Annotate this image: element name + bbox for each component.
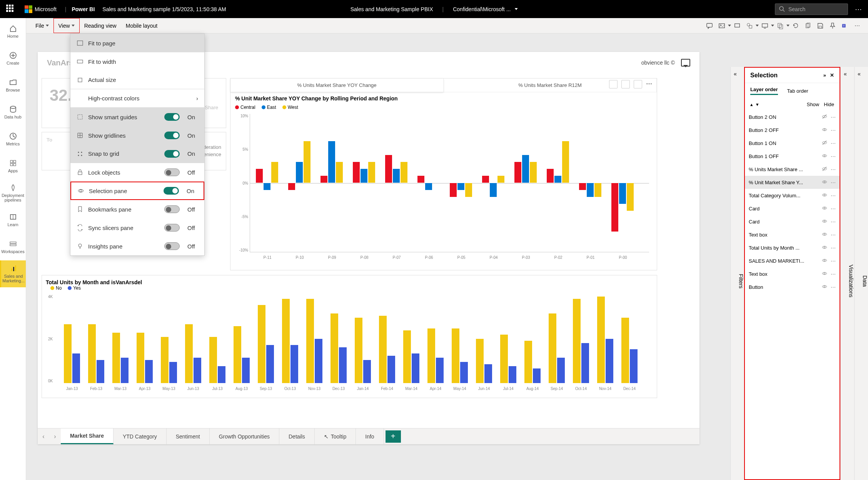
more-icon[interactable]: ⋯: [831, 167, 836, 172]
visible-icon[interactable]: [821, 231, 828, 238]
more-icon[interactable]: ⋯: [831, 140, 836, 146]
more-icon[interactable]: ⋯: [851, 20, 863, 32]
duplicate-icon[interactable]: [802, 20, 814, 32]
hidden-icon[interactable]: [821, 166, 828, 173]
menu-gridlines[interactable]: Show gridlinesOn: [70, 126, 204, 145]
visualizations-pane-collapsed[interactable]: «Visualizations: [840, 67, 854, 480]
visible-icon[interactable]: [821, 244, 828, 252]
nav-apps[interactable]: Apps: [0, 153, 26, 180]
move-up-icon[interactable]: ▴: [750, 102, 753, 107]
app-launcher-icon[interactable]: [6, 5, 15, 14]
menu-insights-pane[interactable]: Insights paneOff: [70, 237, 204, 255]
next-page-icon[interactable]: ›: [49, 433, 61, 440]
selection-item[interactable]: % Unit Market Share Y...⋯: [745, 176, 840, 189]
refresh-icon[interactable]: [790, 20, 802, 32]
close-icon[interactable]: ✕: [830, 72, 834, 78]
more-icon[interactable]: ⋯: [831, 127, 836, 133]
shapes-icon[interactable]: [743, 20, 756, 32]
more-icon[interactable]: ⋯: [831, 258, 836, 264]
expand-icon[interactable]: »: [823, 72, 826, 78]
menu-actual-size[interactable]: Actual size: [70, 71, 204, 89]
selection-item[interactable]: Button 1 ON⋯: [745, 137, 840, 150]
save-icon[interactable]: [814, 20, 826, 32]
search-input[interactable]: Search: [775, 3, 848, 15]
page-tab-sentiment[interactable]: Sentiment: [167, 428, 210, 444]
pin-visual-icon[interactable]: [609, 80, 618, 88]
filters-pane-collapsed[interactable]: «Filters: [730, 67, 744, 480]
copy-icon[interactable]: [774, 20, 786, 32]
ribbon-view[interactable]: View: [53, 18, 80, 33]
more-icon[interactable]: ⋯: [831, 114, 836, 120]
toggle-smart-guides[interactable]: [164, 113, 180, 121]
toggle-insights[interactable]: [164, 242, 180, 250]
chevron-down-icon[interactable]: [728, 25, 731, 27]
move-down-icon[interactable]: ▾: [756, 102, 759, 107]
more-icon[interactable]: ⋯: [831, 219, 836, 225]
toggle-snap[interactable]: [164, 150, 180, 158]
filter-icon[interactable]: [621, 80, 630, 88]
add-page-button[interactable]: +: [386, 430, 401, 443]
more-icon[interactable]: ⋯: [646, 80, 654, 88]
selection-item[interactable]: Text box⋯: [745, 228, 840, 241]
tab-tab-order[interactable]: Tab order: [787, 88, 808, 94]
comment-icon[interactable]: [681, 59, 690, 67]
toggle-bookmarks[interactable]: [164, 205, 180, 213]
page-tab-info[interactable]: Info: [356, 428, 384, 444]
selection-item[interactable]: Text box⋯: [745, 267, 840, 280]
nav-current-report[interactable]: Sales and Marketing...: [0, 260, 26, 287]
menu-smart-guides[interactable]: Show smart guidesOn: [70, 108, 204, 126]
selection-item[interactable]: Button 2 OFF⋯: [745, 123, 840, 137]
nav-browse[interactable]: Browse: [0, 72, 26, 99]
data-pane-collapsed[interactable]: «Data: [854, 67, 868, 480]
monitor-icon[interactable]: [759, 20, 771, 32]
nav-data-hub[interactable]: Data hub: [0, 99, 26, 126]
comment-icon[interactable]: [703, 20, 716, 32]
pin-icon[interactable]: [826, 20, 839, 32]
menu-fit-to-width[interactable]: Fit to width: [70, 52, 204, 71]
ribbon-reading-view[interactable]: Reading view: [80, 18, 121, 33]
menu-selection-pane[interactable]: Selection paneOn: [70, 182, 204, 200]
toggle-selection-pane[interactable]: [164, 187, 179, 195]
menu-high-contrast[interactable]: High-contrast colors›: [70, 89, 204, 108]
visible-icon[interactable]: [821, 205, 828, 212]
selection-item[interactable]: Card⋯: [745, 202, 840, 215]
viz-market-share-yoy[interactable]: % Units Market Share YOY Change % Units …: [230, 78, 657, 270]
page-tab-market-share[interactable]: Market Share: [61, 428, 114, 444]
visible-icon[interactable]: [821, 270, 828, 278]
toggle-lock[interactable]: [164, 168, 180, 176]
focus-mode-icon[interactable]: [634, 80, 642, 88]
page-tab-growth[interactable]: Growth Opportunities: [210, 428, 279, 444]
visible-icon[interactable]: [821, 127, 828, 134]
selection-item[interactable]: Total Units by Month ...⋯: [745, 241, 840, 254]
selection-item[interactable]: Button⋯: [745, 280, 840, 293]
more-icon[interactable]: ⋯: [831, 153, 836, 159]
nav-metrics[interactable]: Metrics: [0, 126, 26, 153]
visible-icon[interactable]: [821, 283, 828, 291]
chevron-down-icon[interactable]: [514, 8, 517, 10]
prev-page-icon[interactable]: ‹: [38, 433, 49, 440]
page-tab-details[interactable]: Details: [279, 428, 315, 444]
selection-item[interactable]: % Units Market Share ...⋯: [745, 163, 840, 176]
tab-layer-order[interactable]: Layer order: [750, 87, 778, 95]
selection-item[interactable]: Total Category Volum...⋯: [745, 189, 840, 202]
menu-snap-to-grid[interactable]: Snap to gridOn: [70, 145, 204, 163]
more-icon[interactable]: ⋯: [831, 232, 836, 238]
document-title[interactable]: Sales and Marketing sample 1/5/2023, 11:…: [102, 6, 226, 12]
nav-create[interactable]: Create: [0, 45, 26, 72]
visible-icon[interactable]: [821, 257, 828, 265]
sensitivity-label[interactable]: Confidential\Microsoft ...: [453, 6, 511, 12]
ribbon-mobile-layout[interactable]: Mobile layout: [121, 18, 162, 33]
menu-fit-to-page[interactable]: Fit to page: [70, 34, 204, 52]
selection-item[interactable]: Button 2 ON⋯: [745, 110, 840, 123]
page-tab-ytd[interactable]: YTD Category: [114, 428, 167, 444]
ribbon-file[interactable]: File: [31, 18, 53, 33]
more-icon[interactable]: ⋯: [855, 5, 862, 13]
more-icon[interactable]: ⋯: [831, 245, 836, 251]
nav-learn[interactable]: Learn: [0, 207, 26, 233]
hidden-icon[interactable]: [821, 140, 828, 147]
toggle-sync-slicers[interactable]: [164, 224, 180, 232]
file-name[interactable]: Sales and Marketing Sample PBIX: [351, 6, 433, 12]
teams-icon[interactable]: T: [839, 20, 851, 32]
chevron-down-icon[interactable]: [756, 25, 759, 27]
chevron-down-icon[interactable]: [786, 25, 790, 27]
